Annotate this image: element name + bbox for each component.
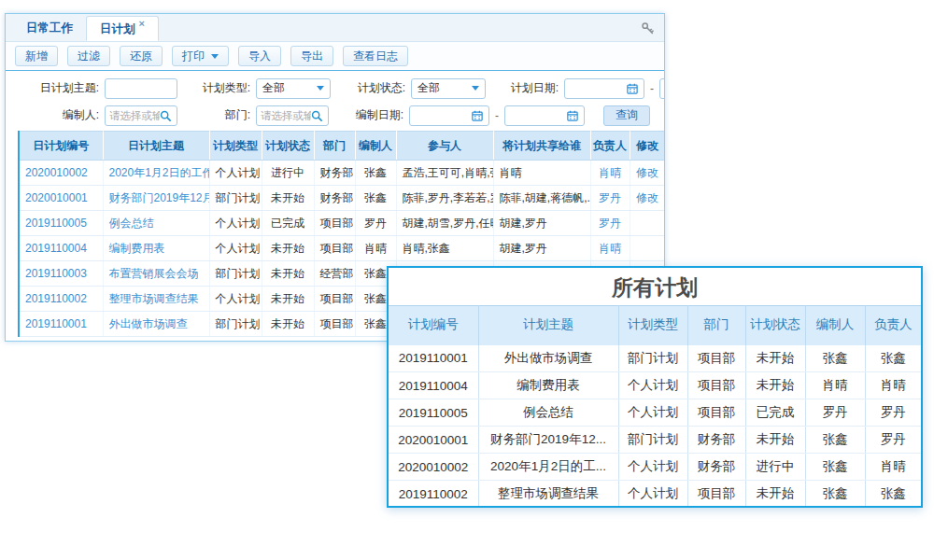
tab-daily-plan[interactable]: 日计划× (86, 16, 159, 41)
cell: 张鑫 (805, 345, 865, 372)
plan-date-end-input[interactable] (664, 83, 665, 94)
column-header: 部门 (687, 306, 745, 345)
cell-link[interactable]: 2019110003 (19, 261, 103, 287)
table-row[interactable]: 20200100022020年1月2日的工作日...个人计划进行中财务部张鑫孟浩… (19, 161, 665, 186)
table-row: 2019110002整理市场调查结果个人计划项目部未开始张鑫张鑫 (389, 481, 921, 508)
tab-daily-work[interactable]: 日常工作 (13, 16, 86, 41)
table-row: 2019110005例会总结个人计划项目部已完成罗丹罗丹 (389, 399, 921, 427)
cell: 外出做市场调查 (478, 345, 618, 372)
plan-status-select[interactable]: 全部 (411, 78, 486, 99)
cell-link[interactable]: 2020010002 (19, 161, 103, 186)
table-row[interactable]: 2019110004编制费用表个人计划未开始项目部肖晴肖晴,张鑫胡建,罗丹肖晴 (19, 236, 665, 261)
cell: 整理市场调查结果 (478, 481, 618, 508)
cell: 张鑫 (355, 186, 396, 211)
calendar-icon[interactable] (627, 83, 638, 94)
cell-link[interactable]: 罗丹 (590, 211, 630, 236)
cell (630, 211, 665, 236)
close-icon[interactable]: × (139, 18, 145, 29)
cell: 个人计划 (209, 236, 262, 261)
cell: 肖晴 (865, 372, 921, 399)
plan-type-select[interactable]: 全部 (256, 78, 331, 99)
cell: 未开始 (745, 427, 805, 454)
plan-date-start-field[interactable] (564, 78, 644, 99)
restore-button[interactable]: 还原 (120, 46, 163, 66)
column-header[interactable]: 负责人 (590, 132, 630, 161)
cell: 未开始 (745, 481, 805, 508)
column-header[interactable]: 编制人 (355, 132, 396, 161)
add-button[interactable]: 新增 (15, 46, 58, 66)
created-date-start-field[interactable] (409, 105, 489, 126)
created-date-end-input[interactable] (509, 110, 567, 121)
calendar-icon[interactable] (472, 110, 483, 121)
department-input[interactable] (261, 110, 311, 121)
column-header[interactable]: 部门 (314, 132, 355, 161)
chevron-down-icon (211, 54, 219, 59)
cell-link[interactable]: 2019110001 (19, 312, 103, 337)
column-header[interactable]: 修改 (630, 132, 665, 161)
import-button[interactable]: 导入 (238, 46, 281, 66)
cell: 胡建,罗丹 (493, 211, 590, 236)
cell-link[interactable]: 修改 (630, 186, 665, 211)
cell-link[interactable]: 布置营销展会会场 (103, 261, 209, 287)
created-date-start-input[interactable] (414, 110, 472, 121)
view-log-button[interactable]: 查看日志 (343, 46, 408, 66)
cell: 部门计划 (209, 261, 262, 287)
cell: 未开始 (262, 261, 314, 287)
search-icon[interactable] (160, 110, 171, 121)
filter-button[interactable]: 过滤 (67, 46, 110, 66)
cell: 陈菲,胡建,蒋德帆,... (493, 186, 590, 211)
table-row[interactable]: 2020010001财务部门2019年12月的...部门计划未开始财务部张鑫陈菲… (19, 186, 665, 211)
column-header[interactable]: 计划状态 (262, 132, 314, 161)
cell: 2019110005 (389, 399, 478, 427)
department-picker[interactable] (256, 105, 329, 126)
cell: 肖晴,张鑫 (396, 236, 493, 261)
column-header[interactable]: 将计划共享给谁 (493, 132, 590, 161)
cell-link[interactable]: 编制费用表 (103, 236, 209, 261)
cell: 个人计划 (209, 287, 262, 312)
print-button[interactable]: 打印 (172, 46, 229, 66)
cell: 罗丹 (805, 399, 865, 427)
cell-link[interactable]: 例会总结 (103, 211, 209, 236)
cell-link[interactable]: 修改 (630, 161, 665, 186)
cell-link[interactable]: 肖晴 (590, 236, 630, 261)
cell-link[interactable]: 2020010001 (19, 186, 103, 211)
subject-input[interactable] (105, 78, 177, 99)
column-header[interactable]: 日计划主题 (103, 132, 209, 161)
cell-link[interactable]: 财务部门2019年12月的... (103, 186, 209, 211)
calendar-icon[interactable] (567, 110, 578, 121)
cell: 孟浩,王可可,肖晴,张鑫 (396, 161, 493, 186)
cell: 肖晴 (865, 454, 921, 481)
cell-link[interactable]: 2019110002 (19, 287, 103, 312)
export-button[interactable]: 导出 (290, 46, 333, 66)
cell-link[interactable]: 外出做市场调查 (103, 312, 209, 337)
plan-type-value: 全部 (262, 80, 285, 96)
cell-link[interactable]: 肖晴 (590, 161, 630, 186)
column-header[interactable]: 计划类型 (209, 132, 262, 161)
cell: 胡建,胡雪,罗丹,任晓... (396, 211, 493, 236)
table-row[interactable]: 2019110005例会总结个人计划已完成项目部罗丹胡建,胡雪,罗丹,任晓...… (19, 211, 665, 236)
column-header: 计划编号 (389, 306, 478, 345)
cell: 财务部 (314, 186, 355, 211)
cell: 部门计划 (618, 427, 687, 454)
all-plans-window: 所有计划 计划编号 计划主题 计划类型 部门 计划状态 编制人 负责人 2019… (387, 266, 923, 508)
cell-link[interactable]: 2019110005 (19, 211, 103, 236)
cell: 张鑫 (805, 481, 865, 508)
cell-link[interactable]: 2019110004 (19, 236, 103, 261)
key-icon[interactable] (641, 21, 655, 35)
plan-date-start-input[interactable] (569, 83, 627, 94)
plan-date-end-field[interactable] (659, 78, 665, 99)
column-header[interactable]: 参与人 (396, 132, 493, 161)
column-header[interactable]: 日计划编号 (19, 132, 103, 161)
tab-label: 日计划 (100, 22, 135, 35)
cell-link[interactable]: 罗丹 (590, 186, 630, 211)
creator-input[interactable] (109, 110, 160, 121)
created-date-end-field[interactable] (504, 105, 585, 126)
cell-link[interactable]: 整理市场调查结果 (103, 287, 209, 312)
cell: 2019110001 (389, 345, 478, 372)
cell: 部门计划 (618, 345, 687, 372)
cell-link[interactable]: 2020年1月2日的工作日... (103, 161, 209, 186)
search-icon[interactable] (311, 110, 322, 121)
cell: 财务部 (687, 427, 745, 454)
search-button[interactable]: 查询 (603, 105, 650, 126)
creator-picker[interactable] (105, 105, 177, 126)
